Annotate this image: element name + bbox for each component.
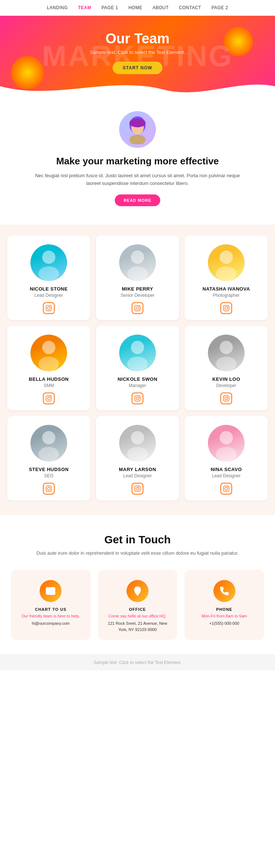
- svg-point-12: [136, 307, 139, 310]
- svg-rect-16: [224, 306, 229, 311]
- team-member-role: Lead Designer: [123, 473, 152, 478]
- svg-point-19: [42, 341, 55, 354]
- svg-rect-6: [46, 306, 52, 311]
- svg-point-4: [42, 251, 55, 264]
- svg-point-48: [227, 487, 228, 488]
- team-member-role: Lead Designer: [34, 293, 63, 298]
- team-card: STEVE HUDSONSEO: [7, 416, 90, 500]
- team-photo: [30, 244, 67, 281]
- contact-card-sub: Mon-Fri from 8am to 5am: [202, 614, 247, 618]
- svg-rect-46: [224, 486, 229, 492]
- team-photo: [119, 425, 156, 462]
- contact-icon-mail: [40, 580, 62, 602]
- svg-point-29: [220, 341, 233, 354]
- blob-right: [224, 27, 253, 56]
- contact-icon-phone: [213, 580, 235, 602]
- footer: Sample text. Click to select the Text El…: [0, 654, 275, 670]
- svg-point-43: [139, 487, 139, 488]
- team-photo: [208, 335, 245, 371]
- nav-page1[interactable]: PAGE 1: [102, 5, 118, 10]
- contact-icon-location: [126, 580, 148, 602]
- hero-subtitle: Sample text. Click to select the Text El…: [90, 50, 185, 55]
- nav-about[interactable]: ABOUT: [153, 5, 169, 10]
- svg-point-24: [131, 341, 144, 354]
- svg-point-23: [50, 397, 51, 397]
- team-member-name: BELLA HUDSON: [29, 376, 69, 382]
- svg-point-45: [216, 447, 236, 462]
- contact-card-mail: CHART TO USOur friendly team is here to …: [11, 570, 91, 640]
- team-photo: [119, 335, 156, 371]
- instagram-icon[interactable]: [132, 483, 143, 495]
- nav-landing[interactable]: LANDING: [47, 5, 68, 10]
- intro-heading: Make your marketing more effective: [29, 155, 246, 168]
- nav-home[interactable]: HOME: [128, 5, 142, 10]
- svg-rect-31: [224, 396, 229, 401]
- instagram-icon[interactable]: [43, 393, 55, 404]
- svg-point-33: [227, 397, 228, 397]
- instagram-icon[interactable]: [132, 393, 143, 404]
- svg-point-5: [38, 266, 59, 281]
- nav-page2[interactable]: PAGE 2: [212, 5, 228, 10]
- svg-point-10: [127, 266, 148, 281]
- instagram-icon[interactable]: [220, 483, 232, 495]
- instagram-icon[interactable]: [132, 302, 143, 314]
- nav-contact[interactable]: CONTACT: [179, 5, 201, 10]
- contact-card-detail: +1(555) 000-000: [209, 620, 239, 627]
- svg-rect-36: [46, 486, 52, 492]
- team-card: BELLA HUDSONSMM: [7, 326, 90, 410]
- read-more-button[interactable]: READ MORE: [115, 194, 160, 206]
- svg-point-14: [220, 251, 233, 264]
- hero-cta-button[interactable]: START NOW: [113, 62, 163, 74]
- contact-heading: Get in Touch: [11, 533, 264, 546]
- team-member-name: NATASHA IVANOVA: [202, 286, 250, 292]
- instagram-icon[interactable]: [43, 483, 55, 495]
- team-photo: [208, 244, 245, 281]
- svg-point-2: [129, 135, 146, 144]
- contact-card-detail: hi@ourcompany.com: [32, 620, 70, 627]
- contact-card-location: OFFICECome say hello at our office HQ.12…: [98, 570, 177, 640]
- svg-point-37: [47, 488, 50, 490]
- hero-wave: [0, 75, 275, 96]
- hero-title: Our Team: [106, 31, 170, 47]
- contact-card-sub: Our friendly team is here to help.: [22, 614, 80, 618]
- svg-point-3: [129, 118, 146, 127]
- avatar: [119, 111, 156, 148]
- team-member-name: MARY LARSON: [119, 467, 156, 472]
- team-member-role: SEO: [44, 473, 53, 478]
- team-photo: [30, 425, 67, 462]
- team-member-role: SMM: [44, 383, 54, 388]
- team-card: NATASHA IVANOVAPhotographer: [185, 236, 268, 320]
- svg-point-18: [227, 306, 228, 307]
- contact-card-label: OFFICE: [129, 607, 146, 612]
- team-member-name: MIKE PERRY: [122, 286, 153, 292]
- contact-card-sub: Come say hello at our office HQ.: [109, 614, 167, 618]
- navigation: LANDING TEAM PAGE 1 HOME ABOUT CONTACT P…: [0, 0, 275, 16]
- instagram-icon[interactable]: [220, 302, 232, 314]
- contact-section: Get in Touch Duis aute irure dolor in re…: [0, 515, 275, 654]
- team-member-name: NICOLE STONE: [30, 286, 67, 292]
- svg-point-22: [47, 397, 50, 400]
- team-card: NINA SCAVOLead Designer: [185, 416, 268, 500]
- team-section: NICOLE STONELead Designer MIKE PERRYSeni…: [0, 225, 275, 515]
- svg-point-13: [139, 306, 139, 307]
- instagram-icon[interactable]: [220, 393, 232, 404]
- svg-point-50: [136, 589, 139, 591]
- contact-grid: CHART TO USOur friendly team is here to …: [11, 570, 264, 640]
- hero-section: MARKETING Our Team Sample text. Click to…: [0, 16, 275, 96]
- team-member-role: Developer: [216, 383, 236, 388]
- team-member-role: Photographer: [213, 293, 240, 298]
- nav-team[interactable]: TEAM: [78, 5, 91, 10]
- footer-text: Sample text. Click to select the Text El…: [94, 660, 182, 665]
- instagram-icon[interactable]: [43, 302, 55, 314]
- intro-body: Nec feugiat nisl pretium fusce id. Justo…: [29, 172, 246, 187]
- contact-card-phone: PHONEMon-Fri from 8am to 5am+1(555) 000-…: [184, 570, 264, 640]
- contact-card-label: CHART TO US: [35, 607, 66, 612]
- contact-card-label: PHONE: [216, 607, 232, 612]
- svg-point-20: [38, 357, 59, 371]
- svg-point-15: [216, 266, 236, 281]
- team-photo: [119, 244, 156, 281]
- team-member-role: Lead Designer: [212, 473, 241, 478]
- svg-point-32: [225, 397, 228, 400]
- team-member-name: NICKOLE SWON: [118, 376, 158, 382]
- svg-point-17: [225, 307, 228, 310]
